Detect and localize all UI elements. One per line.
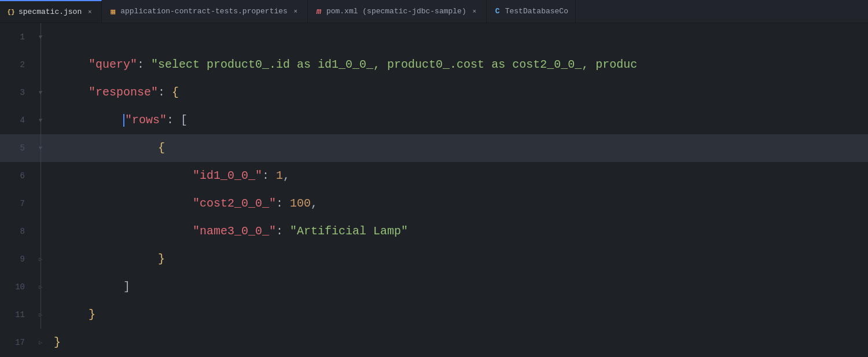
id-value: 1	[276, 162, 283, 190]
line-gutter: ▷	[32, 329, 49, 356]
line-content: ]	[49, 273, 868, 301]
line-content: }	[49, 329, 868, 356]
line-number: 6	[0, 162, 32, 190]
name-key: "name3_0_0_"	[193, 218, 276, 245]
line-gutter: ▷	[32, 273, 49, 301]
line-content: "id1_0_0_": 1,	[49, 162, 868, 190]
line-number: 1	[0, 23, 32, 51]
fold-arrow[interactable]: ▷	[36, 338, 45, 347]
line-gutter: ▷	[32, 245, 49, 273]
code-line-11: 11 ▷ }	[0, 301, 868, 329]
brace-close: }	[89, 301, 95, 329]
line-number: 2	[0, 51, 32, 79]
line-content: "rows": [	[49, 106, 868, 134]
colon: :	[158, 79, 172, 106]
colon: :	[262, 162, 276, 190]
colon: :	[276, 190, 290, 218]
query-key: "query"	[89, 51, 137, 79]
xml-file-icon: m	[315, 8, 323, 16]
line-gutter	[32, 218, 49, 245]
code-line-10: 10 ▷ ]	[0, 273, 868, 301]
comma: ,	[283, 162, 290, 190]
brace-close: }	[158, 245, 165, 273]
tab-label: TestDatabaseCo	[505, 7, 568, 16]
line-content: }	[49, 245, 868, 273]
java-file-icon: C	[494, 8, 502, 16]
tab-label: specmatic.json	[19, 8, 82, 16]
tab-label: pom.xml (specmatic-jdbc-sample)	[326, 7, 466, 16]
line-number: 17	[0, 329, 32, 356]
response-key: "response"	[89, 79, 158, 106]
tab-test-database[interactable]: C TestDatabaseCo	[487, 0, 576, 23]
query-value: "select product0_.id as id1_0_0_, produc…	[151, 51, 637, 79]
rows-key: "rows"	[125, 106, 167, 134]
properties-file-icon: ▦	[109, 8, 117, 16]
line-number: 4	[0, 106, 32, 134]
json-file-icon: {}	[7, 8, 15, 16]
line-content: "query": "select product0_.id as id1_0_0…	[49, 51, 868, 79]
line-content: {	[49, 134, 868, 162]
line-number: 10	[0, 273, 32, 301]
colon: :	[167, 106, 181, 134]
line-number: 11	[0, 301, 32, 329]
brace-open: {	[158, 134, 165, 162]
code-line-9: 9 ▷ }	[0, 245, 868, 273]
line-gutter: ▼	[32, 79, 49, 106]
line-gutter	[32, 51, 49, 79]
bracket-open: [	[181, 106, 187, 134]
line-number: 7	[0, 190, 32, 218]
tab-label: application-contract-tests.properties	[120, 7, 288, 16]
cost-key: "cost2_0_0_"	[193, 190, 276, 218]
cost-value: 100	[290, 190, 311, 218]
line-number: 8	[0, 218, 32, 245]
line-gutter: ▼	[32, 23, 49, 51]
name-value: "Artificial Lamp"	[290, 218, 408, 245]
bracket-close: ]	[123, 273, 130, 301]
line-gutter	[32, 190, 49, 218]
line-content: "response": {	[49, 79, 868, 106]
code-line-4: 4 ▼ "rows": [	[0, 106, 868, 134]
tab-close-button[interactable]: ×	[470, 7, 479, 16]
line-number: 9	[0, 245, 32, 273]
line-content: "name3_0_0_": "Artificial Lamp"	[49, 218, 868, 245]
code-line-17: 17 ▷ }	[0, 329, 868, 356]
line-gutter	[32, 162, 49, 190]
line-content	[49, 23, 868, 51]
code-line-3: 3 ▼ "response": {	[0, 79, 868, 106]
line-content: "cost2_0_0_": 100,	[49, 190, 868, 218]
text-cursor	[123, 114, 124, 127]
colon: :	[137, 51, 151, 79]
tab-close-button[interactable]: ×	[291, 7, 300, 16]
line-number: 5	[0, 134, 32, 162]
line-gutter: ▼	[32, 106, 49, 134]
tab-pom-xml[interactable]: m pom.xml (specmatic-jdbc-sample) ×	[308, 0, 487, 23]
line-gutter: ▼	[32, 134, 49, 162]
code-line-1: 1 ▼	[0, 23, 868, 51]
code-line-5: 5 ▼ {	[0, 134, 868, 162]
brace-open: {	[172, 79, 179, 106]
line-number: 3	[0, 79, 32, 106]
code-line-2: 2 "query": "select product0_.id as id1_0…	[0, 51, 868, 79]
colon: :	[276, 218, 290, 245]
tab-properties[interactable]: ▦ application-contract-tests.properties …	[102, 0, 308, 23]
line-content: }	[49, 301, 868, 329]
comma: ,	[311, 190, 318, 218]
tab-close-button[interactable]: ×	[85, 8, 94, 17]
tab-specmatic-json[interactable]: {} specmatic.json ×	[0, 0, 102, 23]
code-editor[interactable]: 1 ▼ 2 "query": "select product0_.id as i…	[0, 23, 868, 357]
line-gutter: ▷	[32, 301, 49, 329]
id-key: "id1_0_0_"	[193, 162, 262, 190]
code-line-8: 8 "name3_0_0_": "Artificial Lamp"	[0, 218, 868, 245]
code-line-6: 6 "id1_0_0_": 1,	[0, 162, 868, 190]
tab-bar: {} specmatic.json × ▦ application-contra…	[0, 0, 868, 23]
brace-open	[54, 23, 109, 51]
brace-close-root: }	[54, 329, 61, 356]
code-line-7: 7 "cost2_0_0_": 100,	[0, 190, 868, 218]
